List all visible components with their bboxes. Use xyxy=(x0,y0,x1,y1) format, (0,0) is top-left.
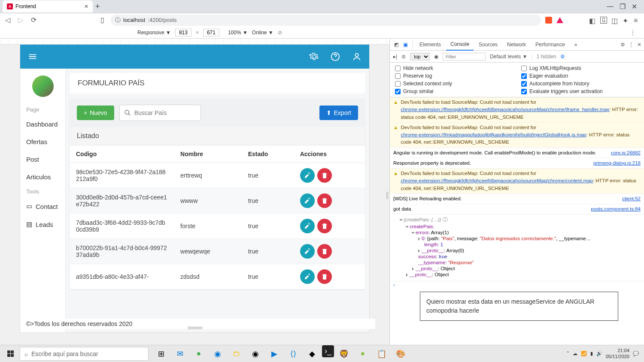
system-tray[interactable]: ˄ ☁ 📶 ▮ 🔊 21:04 05/11/2020 💬 xyxy=(567,348,642,359)
forward-button[interactable]: ▷ xyxy=(16,16,25,24)
extension-icon-2[interactable]: ◫ xyxy=(611,17,618,24)
context-dropdown[interactable]: top xyxy=(410,53,430,60)
bookmark-icon[interactable]: ▯ xyxy=(98,16,106,24)
zoom-dropdown[interactable]: 100% ▼ xyxy=(228,30,248,36)
translate-icon[interactable]: 🄶 xyxy=(600,17,607,24)
edit-button[interactable] xyxy=(300,244,315,259)
sidebar-item-dashboard[interactable]: Dashboard xyxy=(20,115,65,133)
opt-eager[interactable]: Eager evaluation xyxy=(521,73,639,79)
taskbar-search[interactable]: ⌕Escribe aquí para buscar xyxy=(20,347,149,361)
viewport-width-input[interactable] xyxy=(175,29,191,36)
tab-performance[interactable]: Performance xyxy=(531,39,569,50)
tab-close-icon[interactable]: ✕ xyxy=(84,3,88,9)
col-nombre[interactable]: Nombre xyxy=(174,145,242,163)
explorer-icon[interactable]: 🗀 xyxy=(228,345,246,362)
delete-button[interactable] xyxy=(317,269,332,284)
responsive-mode-dropdown[interactable]: Responsive ▼ xyxy=(137,30,171,36)
export-button[interactable]: ⬆Export xyxy=(319,106,358,120)
console-prompt[interactable]: › xyxy=(390,281,644,288)
devtools-settings-icon[interactable]: ⚙ xyxy=(620,42,625,48)
delete-button[interactable] xyxy=(317,219,332,233)
menu-icon[interactable] xyxy=(28,52,37,61)
sidebar-item-ofertas[interactable]: Ofertas xyxy=(20,133,65,151)
console-object-tree[interactable]: {createPais: {…}} ⓘ createPais: errors: … xyxy=(390,214,644,281)
search-box[interactable] xyxy=(119,105,201,121)
clock[interactable]: 21:04 05/11/2020 xyxy=(606,348,629,359)
sidebar-item-contact[interactable]: ▭Contact xyxy=(20,197,65,215)
opt-preserve-log[interactable]: Preserve log xyxy=(395,73,513,79)
levels-dropdown[interactable]: Default levels ▼ xyxy=(490,54,527,60)
user-icon[interactable] xyxy=(352,52,361,61)
opt-hide-network[interactable]: Hide network xyxy=(395,65,513,71)
live-expression-icon[interactable]: ◉ xyxy=(434,54,438,60)
clear-console-icon[interactable]: ⊘ xyxy=(401,54,406,60)
window-minimize-icon[interactable]: — xyxy=(607,3,614,11)
battery-icon[interactable]: ▮ xyxy=(590,351,593,356)
app-icon-3[interactable]: ◆ xyxy=(303,345,321,362)
opt-triggers[interactable]: Evaluate triggers user activation xyxy=(521,88,639,94)
app-icon-2[interactable]: ▶ xyxy=(265,345,283,362)
resize-handle-icon[interactable]: ║ xyxy=(385,192,389,199)
chrome-icon[interactable]: ◉ xyxy=(246,345,264,362)
wifi-icon[interactable]: 📶 xyxy=(581,351,587,356)
delete-button[interactable] xyxy=(317,168,332,183)
new-tab-button[interactable]: + xyxy=(95,2,100,11)
opt-group-similar[interactable]: Group similar xyxy=(395,88,513,94)
tab-elements[interactable]: Elements xyxy=(415,39,445,50)
vscode-icon[interactable]: ⟨⟩ xyxy=(284,345,302,362)
tab-console[interactable]: Console xyxy=(446,39,474,51)
back-button[interactable]: ◁ xyxy=(3,16,12,24)
sidebar-item-post[interactable]: Post xyxy=(20,151,65,168)
col-estado[interactable]: Estado xyxy=(242,145,294,163)
console-settings-icon[interactable]: ⚙ xyxy=(560,54,565,60)
help-icon[interactable] xyxy=(331,52,340,61)
edit-button[interactable] xyxy=(300,168,315,183)
opt-autocomplete[interactable]: Autocomplete from history xyxy=(521,81,639,87)
search-input[interactable] xyxy=(134,109,196,116)
edge-icon[interactable]: ◉ xyxy=(209,345,227,362)
window-maximize-icon[interactable]: ❐ xyxy=(620,3,626,11)
delete-button[interactable] xyxy=(317,244,332,259)
devtools-close-icon[interactable]: ✕ xyxy=(637,42,641,48)
extension-icon-1[interactable]: ◧ xyxy=(589,17,596,24)
menu-icon[interactable]: ≡ xyxy=(634,17,641,24)
app-icon-5[interactable]: 📋 xyxy=(373,345,391,362)
sidebar-item-articulos[interactable]: Articulos xyxy=(20,168,65,186)
reload-button[interactable]: ⟳ xyxy=(29,16,38,24)
opt-log-xhr[interactable]: Log XMLHttpRequests xyxy=(521,65,639,71)
inspect-icon[interactable]: ◩ xyxy=(392,42,401,48)
site-info-icon[interactable]: ⓘ xyxy=(115,16,121,24)
tray-chevron-icon[interactable]: ˄ xyxy=(567,351,569,356)
app-icon-1[interactable]: ● xyxy=(190,345,208,362)
opt-selected-context[interactable]: Selected context only xyxy=(395,81,513,87)
app-icon-4[interactable]: ● xyxy=(354,345,372,362)
avatar[interactable] xyxy=(32,75,54,97)
col-codigo[interactable]: Codigo xyxy=(70,145,174,163)
notifications-icon[interactable]: 💬 xyxy=(633,351,639,356)
terminal-icon[interactable]: ›_ xyxy=(322,345,334,357)
extensions-puzzle-icon[interactable]: ✦ xyxy=(623,17,629,24)
viewport-height-input[interactable] xyxy=(203,29,219,36)
brave-shield-icon[interactable] xyxy=(545,17,552,24)
app-icon-6[interactable]: 🎨 xyxy=(392,345,410,362)
edit-button[interactable] xyxy=(300,219,315,233)
device-toggle-icon[interactable]: ▣ xyxy=(401,42,410,48)
rotate-icon[interactable]: ⊘ xyxy=(278,30,282,36)
console-sidebar-icon[interactable]: ▸| xyxy=(393,54,397,60)
edit-button[interactable] xyxy=(300,193,315,208)
devtools-more-icon[interactable]: ⋮ xyxy=(629,42,634,48)
task-view-icon[interactable]: ⊞ xyxy=(152,345,170,362)
device-more-icon[interactable]: ⋮ xyxy=(630,30,640,36)
onedrive-icon[interactable]: ☁ xyxy=(573,351,577,356)
start-button[interactable] xyxy=(2,345,19,362)
url-field[interactable]: ⓘ localhost:4200/posts xyxy=(111,15,541,26)
window-close-icon[interactable]: ✕ xyxy=(632,3,637,11)
mail-icon[interactable]: ✉ xyxy=(171,345,189,362)
brave-taskbar-icon[interactable]: 🦁 xyxy=(335,345,353,362)
tabs-overflow-icon[interactable]: » xyxy=(570,39,582,50)
tab-network[interactable]: Network xyxy=(503,39,530,50)
console-filter-input[interactable] xyxy=(443,53,486,60)
throttle-dropdown[interactable]: Online ▼ xyxy=(252,30,273,36)
volume-icon[interactable]: 🔊 xyxy=(596,351,602,356)
browser-tab[interactable]: A Frontend ✕ xyxy=(3,0,93,12)
